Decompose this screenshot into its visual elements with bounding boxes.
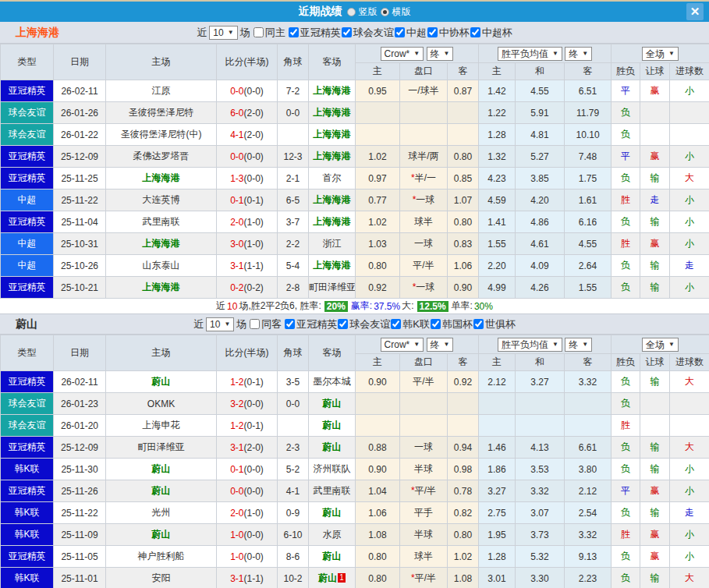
handicap-cell: *平/半 [400,480,448,502]
full-score: 1-3 [230,173,243,184]
same-home-checkbox[interactable] [253,27,264,37]
col-let-result: 让球 [640,354,670,371]
avg-away-cell: 1.75 [565,168,612,190]
focus-team-name: 上海海港 [143,172,180,183]
close-button[interactable]: ✕ [686,3,704,20]
goal-result-cell: 小 [670,277,709,299]
league-filter[interactable]: 亚冠精英 [284,317,337,331]
goal-result-cell [670,124,709,146]
league-checkbox[interactable] [391,319,401,329]
league-checkbox[interactable] [473,319,484,329]
opponent-name: 首尔 [323,172,342,183]
final-avg-select[interactable]: 终▼ [565,47,592,61]
opponent-name: 光州 [152,507,171,518]
match-date: 25-11-30 [54,459,106,480]
away-team-cell: 蔚山 [309,502,356,524]
match-type-badge: 亚冠精英 [1,168,54,190]
final-odds-select[interactable]: 终▼ [427,338,454,352]
league-filter[interactable]: 亚冠精英 [288,26,341,40]
odds-away-cell: 1.07 [448,190,479,211]
league-filter[interactable]: 球会友谊 [341,26,394,40]
same-away-checkbox[interactable] [250,319,260,329]
avg-odds-select[interactable]: 胜平负均值▼ [498,338,562,352]
league-checkbox[interactable] [342,27,352,37]
match-date: 25-11-26 [54,480,106,502]
summary-count: 10 [227,301,237,312]
match-row: 球会友谊26-01-23OKMK3-2(0-0)0-0蔚山负 [1,393,709,415]
scope-header-group: 全场▼ [612,44,709,63]
let-result-cell: 赢 [640,80,670,102]
league-filter[interactable]: 中超 [394,26,427,40]
league-filter[interactable]: 韩国杯 [430,317,473,331]
col-score: 比分(半场) [217,44,278,80]
goal-result-cell: 走 [670,502,709,524]
result-cell: 平 [612,146,640,168]
opponent-name: 大连英博 [143,194,180,205]
score-cell: 3-1(2-0) [217,437,278,459]
avg-odds-select[interactable]: 胜平负均值▼ [498,47,562,61]
final-avg-select[interactable]: 终▼ [565,338,592,352]
avg-away-cell: 3.32 [565,371,612,393]
half-score: (1-1) [244,573,264,584]
odds-home-cell: 0.80 [356,255,400,277]
match-date: 25-11-01 [54,568,106,588]
final-odds-value: 终 [431,48,440,60]
same-away-label: 同客 [261,317,282,331]
corner-cell: 3-7 [278,211,309,233]
opponent-name: 浙江 [323,238,342,249]
league-filter[interactable]: 中超杯 [470,26,512,40]
match-count-select[interactable]: 10 ▼ [206,317,234,331]
col-result: 胜负 [612,63,640,80]
league-checkbox[interactable] [289,27,299,37]
league-checkbox[interactable] [470,27,480,37]
match-count-select[interactable]: 10 ▼ [209,26,237,40]
col-odds-away: 客 [448,354,479,371]
radio-horizontal-layout[interactable] [381,8,389,16]
opponent-name: 町田泽维亚 [138,441,185,452]
single-label: 单率: [452,299,473,313]
goal-result-cell: 小 [670,524,709,546]
league-checkbox[interactable] [395,27,405,37]
avg-away-cell: 9.13 [565,546,612,568]
corner-cell: 2-8 [278,277,309,299]
bookmaker-select[interactable]: Crow*▼ [381,47,424,61]
final-odds-select[interactable]: 终▼ [427,47,454,61]
avg-away-cell: 6.51 [565,80,612,102]
league-filter[interactable]: 中协杯 [427,26,470,40]
match-type-badge: 韩K联 [1,524,54,546]
league-checkbox[interactable] [427,27,438,37]
col-odds-home: 主 [356,354,400,371]
avg-home-cell: 1.22 [479,102,516,124]
league-checkbox[interactable] [338,319,348,329]
focus-team-name: 蔚山 [152,485,171,496]
scope-select[interactable]: 全场▼ [642,47,679,61]
corner-cell: 6-5 [278,190,309,211]
match-row: 韩K联25-11-30蔚山0-1(0-0)5-2济州联队0.90半球0.981.… [1,459,709,480]
league-filter[interactable]: 球会友谊 [337,317,390,331]
let-result-cell: 输 [640,168,670,190]
results-table-ulsan: 类型 日期 主场 比分(半场) 角球 客场 Crow*▼ 终▼ 胜平负均值▼ 终… [0,335,709,588]
handicap-cell: 平/半 [400,371,448,393]
odds-away-cell: 0.83 [448,233,479,255]
away-team-cell: 首尔 [309,168,356,190]
league-checkbox[interactable] [431,319,441,329]
match-date: 26-01-26 [54,102,106,124]
red-card-badge: 1 [338,573,346,583]
half-score: (0-0) [244,486,264,497]
let-result-cell: 输 [640,568,670,588]
match-row: 亚冠精英26-02-11蔚山1-2(0-1)3-5墨尔本城0.90平/半0.92… [1,371,709,393]
full-score: 0-0 [230,486,243,497]
scope-select[interactable]: 全场▼ [642,338,679,352]
same-away-filter[interactable]: 同客 [249,317,282,331]
match-type-badge: 球会友谊 [1,102,54,124]
score-cell: 6-0(2-0) [217,102,278,124]
chevron-down-icon: ▼ [444,338,450,351]
league-checkbox[interactable] [285,319,295,329]
home-team-cell: 蔚山 [106,459,217,480]
league-filter[interactable]: 韩K联 [390,317,430,331]
radio-vertical-layout[interactable] [347,8,356,16]
bookmaker-select[interactable]: Crow*▼ [381,338,424,352]
league-filter[interactable]: 世俱杯 [473,317,516,331]
same-home-filter[interactable]: 同主 [253,26,285,40]
avg-draw-cell [516,415,565,437]
